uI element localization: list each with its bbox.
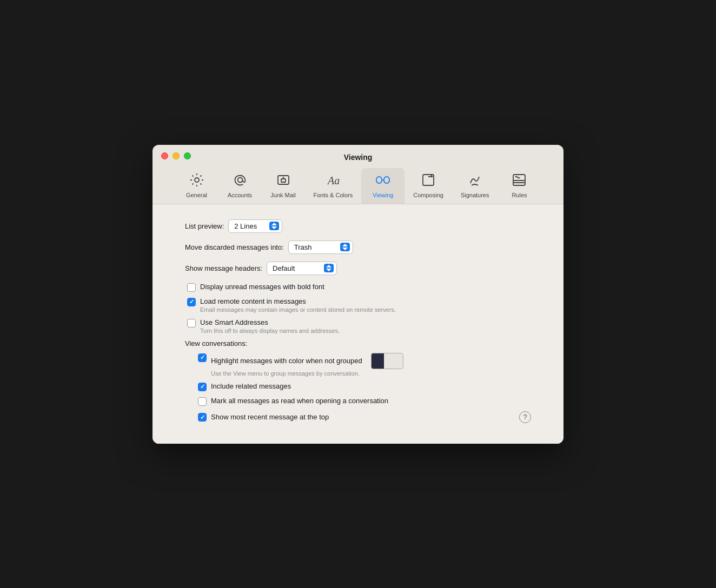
help-button-label: ? <box>523 413 527 421</box>
checkmark-icon: ✓ <box>189 299 194 305</box>
toolbar-item-viewing[interactable]: Viewing <box>361 168 405 204</box>
checkbox-mark-read-label: Mark all messages as read when opening a… <box>211 397 388 405</box>
checkbox-mark-read-content: Mark all messages as read when opening a… <box>211 397 388 405</box>
viewing-icon <box>375 172 390 190</box>
move-discarded-row: Move discarded messages into: Trash Arch… <box>185 240 531 254</box>
checkbox-show-recent[interactable]: ✓ <box>198 413 207 422</box>
checkbox-row-load-remote: ✓ Load remote content in messages Email … <box>185 297 531 313</box>
toolbar-item-composing[interactable]: Composing <box>405 168 452 204</box>
checkbox-row-show-recent: ✓ Show most recent message at the top ? <box>196 411 531 423</box>
checkbox-bold-unread-label: Display unread messages with bold font <box>200 283 324 291</box>
checkbox-bold-unread[interactable] <box>187 283 196 292</box>
toolbar-label-junk-mail: Junk Mail <box>270 192 295 198</box>
checkbox-mark-read[interactable] <box>198 397 207 406</box>
list-preview-select[interactable]: 2 Lines None 1 Line 3 Lines 4 Lines 5 Li… <box>228 219 282 233</box>
toolbar-label-fonts-colors: Fonts & Colors <box>314 192 353 198</box>
checkmark-include-icon: ✓ <box>200 384 205 390</box>
checkbox-row-highlight-color: ✓ Highlight messages with color when not… <box>196 353 531 377</box>
checkbox-include-related-content: Include related messages <box>211 382 291 390</box>
svg-rect-16 <box>513 175 525 185</box>
svg-point-0 <box>195 178 199 182</box>
checkbox-smart-addresses-sublabel: Turn this off to always display names an… <box>200 328 340 334</box>
toolbar-item-junk-mail[interactable]: Junk Mail <box>262 168 305 204</box>
checkbox-load-remote-content: Load remote content in messages Email me… <box>200 297 396 313</box>
svg-point-9 <box>376 176 382 183</box>
checkmark-recent-icon: ✓ <box>200 415 205 420</box>
toolbar-item-rules[interactable]: Rules <box>498 168 541 204</box>
composing-icon <box>421 172 436 190</box>
toolbar-label-composing: Composing <box>413 192 443 198</box>
svg-text:Aa: Aa <box>327 175 340 186</box>
toolbar-label-viewing: Viewing <box>373 192 393 198</box>
checkbox-load-remote[interactable]: ✓ <box>187 298 196 306</box>
conversation-checkboxes: ✓ Highlight messages with color when not… <box>185 353 531 423</box>
checkbox-load-remote-sublabel: Email messages may contain images or con… <box>200 306 396 313</box>
toolbar: General Accounts <box>161 168 555 204</box>
move-discarded-select[interactable]: Trash Archive <box>288 240 353 254</box>
checkbox-bold-unread-content: Display unread messages with bold font <box>200 283 324 291</box>
color-swatch[interactable] <box>371 353 403 369</box>
checkbox-smart-addresses[interactable] <box>187 319 196 328</box>
toolbar-label-accounts: Accounts <box>228 192 252 198</box>
checkbox-row-mark-read: Mark all messages as read when opening a… <box>196 397 531 406</box>
checkbox-row-smart-addresses: Use Smart Addresses Turn this off to alw… <box>185 318 531 334</box>
checkmark-highlight-icon: ✓ <box>200 355 205 360</box>
toolbar-item-accounts[interactable]: Accounts <box>218 168 262 204</box>
toolbar-label-general: General <box>186 192 207 198</box>
toolbar-label-signatures: Signatures <box>461 192 489 198</box>
checkbox-row-bold-unread: Display unread messages with bold font <box>185 283 531 292</box>
window-title: Viewing <box>161 153 555 162</box>
help-button[interactable]: ? <box>519 411 531 423</box>
list-preview-row: List preview: 2 Lines None 1 Line 3 Line… <box>185 219 531 233</box>
checkbox-smart-addresses-content: Use Smart Addresses Turn this off to alw… <box>200 318 340 334</box>
fonts-icon: Aa <box>326 172 341 190</box>
checkbox-include-related[interactable]: ✓ <box>198 383 207 391</box>
list-preview-label: List preview: <box>185 222 224 230</box>
svg-point-10 <box>384 176 390 183</box>
main-window: Viewing General <box>153 145 563 444</box>
swatch-light-portion <box>384 353 403 369</box>
toolbar-item-signatures[interactable]: Signatures <box>452 168 498 204</box>
checkbox-load-remote-label: Load remote content in messages <box>200 297 396 305</box>
show-headers-row: Show message headers: Default All <box>185 262 531 275</box>
checkbox-highlight-color-label: Highlight messages with color when not g… <box>211 357 362 365</box>
gear-icon <box>189 172 204 190</box>
move-discarded-select-wrapper: Trash Archive <box>288 240 353 254</box>
show-headers-select-wrapper: Default All <box>267 262 337 275</box>
toolbar-item-general[interactable]: General <box>175 168 218 204</box>
checkbox-include-related-label: Include related messages <box>211 382 291 390</box>
move-discarded-label: Move discarded messages into: <box>185 243 284 251</box>
show-headers-label: Show message headers: <box>185 264 262 272</box>
rules-icon <box>512 172 527 190</box>
content-area: List preview: 2 Lines None 1 Line 3 Line… <box>153 204 563 444</box>
checkbox-show-recent-content: Show most recent message at the top <box>211 413 329 421</box>
checkbox-highlight-color-sublabel: Use the View menu to group messages by c… <box>211 370 531 377</box>
toolbar-label-rules: Rules <box>512 192 527 198</box>
titlebar: Viewing General <box>153 145 563 204</box>
checkbox-highlight-color-content: Highlight messages with color when not g… <box>211 353 531 377</box>
svg-point-1 <box>237 177 242 182</box>
checkbox-row-include-related: ✓ Include related messages <box>196 382 531 391</box>
show-headers-select[interactable]: Default All <box>267 262 337 275</box>
signatures-icon <box>467 172 482 190</box>
toolbar-item-fonts-colors[interactable]: Aa Fonts & Colors <box>305 168 362 204</box>
junk-mail-icon <box>276 172 291 190</box>
list-preview-select-wrapper: 2 Lines None 1 Line 3 Lines 4 Lines 5 Li… <box>228 219 282 233</box>
checkbox-show-recent-label: Show most recent message at the top <box>211 413 329 421</box>
checkbox-highlight-color[interactable]: ✓ <box>198 353 207 362</box>
swatch-dark-portion <box>372 353 384 369</box>
checkbox-smart-addresses-label: Use Smart Addresses <box>200 318 340 326</box>
at-icon <box>233 172 248 190</box>
view-conversations-label: View conversations: <box>185 339 531 348</box>
